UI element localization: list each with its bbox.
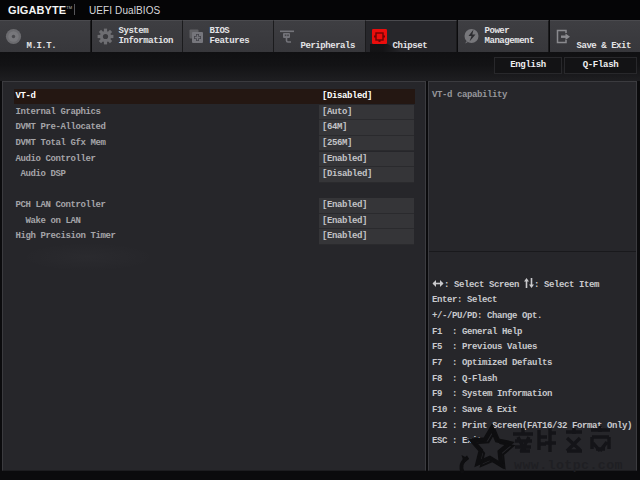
svg-text:www.lotpc.com: www.lotpc.com — [514, 458, 623, 473]
